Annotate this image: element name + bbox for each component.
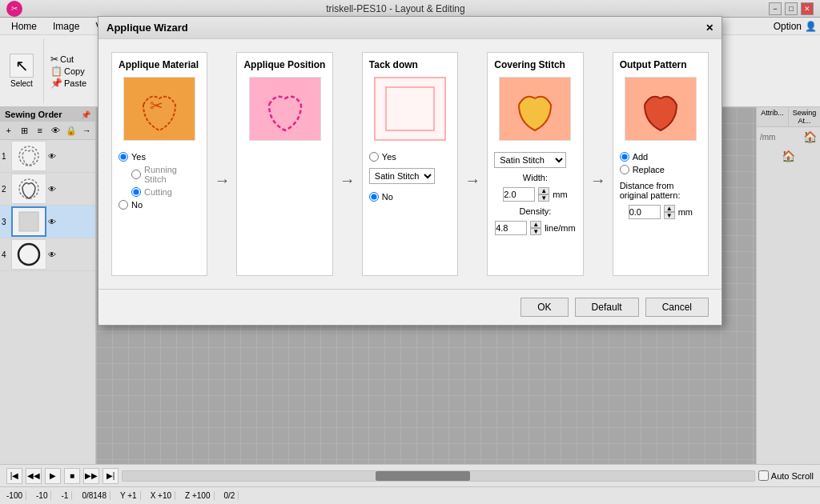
step4-stitch-row: Satin Stitch Running Stitch [494, 152, 576, 168]
dialog-title: Applique Wizard [107, 22, 188, 34]
step3-stitch-select[interactable]: Satin Stitch [369, 168, 435, 184]
density-spinbox-btns: ▲ ▼ [530, 221, 541, 235]
distance-spinbox[interactable]: 0.0 [629, 205, 661, 219]
step3-title: Tack down [369, 59, 418, 70]
density-up-btn[interactable]: ▲ [530, 221, 541, 228]
default-button[interactable]: Default [575, 298, 639, 317]
dialog-footer: OK Default Cancel [98, 289, 722, 325]
step5-distance-spinbox-row: 0.0 ▲ ▼ mm [629, 205, 693, 219]
step2-image [249, 77, 321, 141]
arrow-3: → [464, 52, 480, 276]
step3-radio-yes[interactable]: Yes [369, 152, 435, 162]
arrow-1: → [214, 52, 230, 276]
step1-radio-cutting[interactable]: Cutting [131, 187, 200, 197]
distance-up-btn[interactable]: ▲ [664, 205, 675, 212]
wizard-step-position: Applique Position [236, 52, 332, 276]
step4-width-spinbox-row: 2.0 ▲ ▼ mm [503, 187, 567, 202]
covering-stitch-select[interactable]: Satin Stitch Running Stitch [494, 152, 566, 168]
svg-rect-6 [253, 81, 317, 137]
wizard-step-tackdown: Tack down Yes Satin Stitch [362, 52, 458, 276]
arrow-2: → [340, 52, 356, 276]
step5-radio-add[interactable]: Add [620, 152, 665, 162]
dialog-title-bar: Applique Wizard ✕ [98, 17, 722, 39]
wizard-step-material: Applique Material ✂ Yes Running Stitch [111, 52, 207, 276]
step5-title: Output Pattern [620, 59, 687, 70]
width-up-btn[interactable]: ▲ [538, 187, 549, 194]
step1-radio-running[interactable]: Running Stitch [131, 165, 200, 184]
applique-wizard-dialog: Applique Wizard ✕ Applique Material ✂ Ye… [98, 16, 722, 326]
step4-title: Covering Stitch [494, 59, 565, 70]
step4-width-row: Width: [523, 173, 548, 182]
step2-title: Applique Position [243, 59, 325, 70]
step1-radio-no[interactable]: No [119, 200, 200, 210]
step4-density-spinbox-row: 4.8 ▲ ▼ line/mm [495, 221, 576, 235]
step3-radio-no[interactable]: No [369, 192, 435, 202]
width-spinbox-btns: ▲ ▼ [538, 187, 549, 202]
density-spinbox[interactable]: 4.8 [495, 221, 527, 235]
width-spinbox[interactable]: 2.0 [503, 187, 535, 202]
step4-density-row: Density: [520, 206, 552, 216]
step5-distance-label: Distance from original pattern: [620, 181, 701, 200]
step3-radio-group: Yes Satin Stitch No [369, 152, 435, 202]
dialog-overlay: Applique Wizard ✕ Applique Material ✂ Ye… [0, 0, 820, 504]
step3-image [374, 77, 446, 141]
cancel-button[interactable]: Cancel [645, 298, 709, 317]
wizard-step-output: Output Pattern Add Replace Distance fr [613, 52, 709, 276]
dialog-close-button[interactable]: ✕ [705, 22, 713, 34]
ok-button[interactable]: OK [521, 298, 568, 317]
svg-text:✂: ✂ [150, 97, 163, 114]
step5-radio-replace[interactable]: Replace [620, 165, 665, 174]
wizard-step-covering: Covering Stitch Satin Stitch Running Sti… [487, 52, 583, 276]
distance-down-btn[interactable]: ▼ [664, 212, 675, 219]
svg-rect-7 [378, 81, 442, 137]
step3-stitch-dropdown-row: Satin Stitch [369, 168, 435, 184]
step4-image [499, 77, 571, 141]
density-down-btn[interactable]: ▼ [530, 228, 541, 235]
step5-image [625, 77, 697, 141]
arrow-4: → [590, 52, 606, 276]
step1-radio-group: Yes Running Stitch Cutting No [119, 152, 200, 210]
step1-title: Applique Material [119, 59, 199, 70]
step1-image: ✂ [123, 77, 195, 141]
distance-spinbox-btns: ▲ ▼ [664, 205, 675, 219]
dialog-content: Applique Material ✂ Yes Running Stitch [98, 39, 722, 289]
width-down-btn[interactable]: ▼ [538, 194, 549, 202]
step1-radio-yes[interactable]: Yes [119, 152, 200, 162]
step5-radio-group: Add Replace [620, 152, 665, 174]
